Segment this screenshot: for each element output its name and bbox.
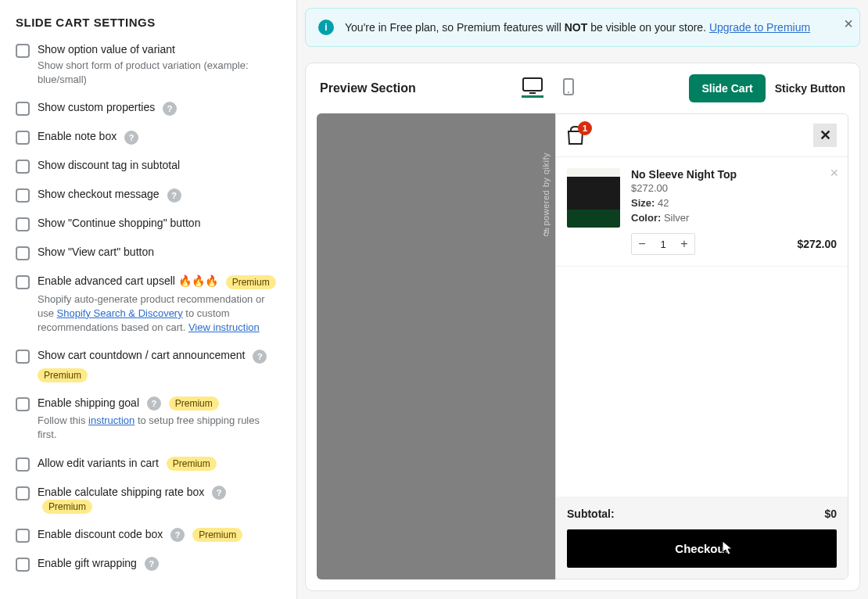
cart-panel: 1 ✕ No Sleeve Night Top $272.00 Size: 42… bbox=[555, 113, 848, 579]
checkbox-custom-props[interactable] bbox=[16, 102, 30, 116]
premium-tag: Premium bbox=[42, 500, 92, 514]
setting-discount-code: Enable discount code box ? Premium bbox=[16, 528, 281, 543]
help-icon[interactable]: ? bbox=[167, 188, 181, 203]
product-image bbox=[567, 168, 620, 228]
qty-plus-button[interactable]: + bbox=[674, 234, 694, 254]
link-instruction[interactable]: instruction bbox=[88, 414, 135, 426]
checkbox-continue-shop[interactable] bbox=[16, 217, 30, 231]
checkbox-checkout-msg[interactable] bbox=[16, 188, 30, 203]
preview-title: Preview Section bbox=[320, 81, 416, 95]
subtotal-label: Subtotal: bbox=[567, 508, 615, 520]
help-icon[interactable]: ? bbox=[163, 102, 177, 116]
item-title: No Sleeve Night Top bbox=[631, 168, 837, 181]
checkbox-gift-wrap[interactable] bbox=[16, 558, 30, 572]
label-gift-wrap: Enable gift wrapping bbox=[38, 557, 137, 569]
link-view-instruction[interactable]: View instruction bbox=[188, 321, 260, 333]
label-view-cart: Show "View cart" button bbox=[38, 246, 154, 258]
help-icon[interactable]: ? bbox=[145, 557, 159, 571]
checkbox-view-cart[interactable] bbox=[16, 246, 30, 260]
svg-point-3 bbox=[568, 91, 569, 93]
device-toggle bbox=[522, 79, 579, 98]
slide-cart-button[interactable]: Slide Cart bbox=[689, 74, 765, 102]
banner-text: You're in Free plan, so Premium features… bbox=[345, 21, 810, 34]
label-continue-shop: Show "Continue shopping" button bbox=[38, 217, 200, 229]
desktop-icon[interactable] bbox=[522, 79, 543, 98]
remove-item-button[interactable]: × bbox=[830, 165, 838, 181]
label-custom-props: Show custom properties bbox=[38, 101, 155, 113]
item-color: Color: Silver bbox=[631, 212, 837, 224]
checkbox-shipping-goal[interactable] bbox=[16, 397, 30, 411]
checkbox-upsell[interactable] bbox=[16, 275, 30, 289]
setting-gift-wrap: Enable gift wrapping ? bbox=[16, 557, 281, 572]
setting-variant-option: Show option value of variant Show short … bbox=[16, 43, 281, 87]
label-discount-tag: Show discount tag in subtotal bbox=[38, 159, 180, 171]
view-toggle: Slide Cart Sticky Button bbox=[689, 74, 845, 102]
info-icon: i bbox=[318, 20, 334, 35]
checkbox-edit-variants[interactable] bbox=[16, 457, 30, 472]
desc-upsell: Shopify auto-generate product recommenda… bbox=[38, 292, 281, 335]
preview-section: Preview Section Slide Cart Sticky Button… bbox=[305, 63, 860, 591]
premium-tag: Premium bbox=[38, 368, 88, 382]
setting-checkout-msg: Show checkout message ? bbox=[16, 188, 281, 203]
upgrade-banner: i You're in Free plan, so Premium featur… bbox=[305, 8, 860, 47]
setting-custom-props: Show custom properties ? bbox=[16, 101, 281, 116]
label-calc-shipping: Enable calculate shipping rate box bbox=[38, 486, 204, 498]
item-size: Size: 42 bbox=[631, 197, 837, 209]
label-note-box: Enable note box bbox=[38, 130, 117, 142]
desc-variant-option: Show short form of product variation (ex… bbox=[38, 59, 281, 87]
bag-icon: 🛍 bbox=[541, 228, 551, 238]
help-icon[interactable]: ? bbox=[253, 350, 267, 364]
help-icon[interactable]: ? bbox=[124, 131, 138, 145]
svg-rect-1 bbox=[529, 92, 536, 94]
checkbox-note-box[interactable] bbox=[16, 131, 30, 145]
setting-discount-tag: Show discount tag in subtotal bbox=[16, 159, 281, 174]
premium-tag: Premium bbox=[167, 457, 217, 471]
label-edit-variants: Allow edit variants in cart bbox=[38, 457, 159, 469]
checkbox-discount-tag[interactable] bbox=[16, 160, 30, 174]
checkbox-discount-code[interactable] bbox=[16, 529, 30, 543]
right-area: i You're in Free plan, so Premium featur… bbox=[297, 0, 868, 599]
qty-value: 1 bbox=[652, 239, 674, 250]
setting-continue-shop: Show "Continue shopping" button bbox=[16, 217, 281, 231]
close-icon[interactable]: × bbox=[844, 15, 853, 33]
premium-tag: Premium bbox=[192, 528, 242, 542]
setting-shipping-goal: Enable shipping goal ? Premium Follow th… bbox=[16, 396, 281, 443]
checkbox-calc-shipping[interactable] bbox=[16, 486, 30, 500]
link-shopify-search[interactable]: Shopify Search & Discovery bbox=[57, 307, 183, 319]
help-icon[interactable]: ? bbox=[147, 396, 161, 411]
label-variant-option: Show option value of variant bbox=[38, 43, 175, 56]
checkout-button[interactable]: Checkout bbox=[567, 529, 837, 568]
setting-upsell: Enable advanced cart upsell 🔥🔥🔥 Premium … bbox=[16, 274, 281, 335]
cart-badge: 1 bbox=[578, 121, 592, 135]
label-discount-code: Enable discount code box bbox=[38, 528, 163, 540]
fire-icon: 🔥🔥🔥 bbox=[178, 274, 218, 287]
item-price: $272.00 bbox=[631, 182, 837, 194]
label-upsell: Enable advanced cart upsell bbox=[38, 274, 175, 287]
svg-rect-0 bbox=[523, 78, 542, 91]
label-countdown: Show cart countdown / cart announcement bbox=[38, 349, 245, 361]
help-icon[interactable]: ? bbox=[212, 486, 226, 500]
powered-by-label: 🛍 powered by qikify bbox=[541, 152, 551, 241]
preview-header: Preview Section Slide Cart Sticky Button bbox=[306, 63, 859, 113]
setting-note-box: Enable note box ? bbox=[16, 130, 281, 145]
qty-minus-button[interactable]: − bbox=[632, 234, 652, 254]
setting-view-cart: Show "View cart" button bbox=[16, 246, 281, 260]
setting-calc-shipping: Enable calculate shipping rate box ? Pre… bbox=[16, 486, 281, 515]
cart-bag-icon[interactable]: 1 bbox=[567, 126, 584, 145]
checkbox-countdown[interactable] bbox=[16, 350, 30, 364]
close-cart-button[interactable]: ✕ bbox=[813, 124, 837, 147]
settings-panel: SLIDE CART SETTINGS Show option value of… bbox=[0, 0, 297, 599]
preview-body: 🛍 powered by qikify 1 ✕ No Sleeve Night … bbox=[306, 113, 859, 590]
checkbox-variant-option[interactable] bbox=[16, 44, 30, 58]
sticky-button-tab[interactable]: Sticky Button bbox=[775, 82, 845, 95]
help-icon[interactable]: ? bbox=[170, 528, 185, 542]
quantity-stepper: − 1 + bbox=[631, 233, 695, 255]
premium-tag: Premium bbox=[169, 396, 219, 411]
subtotal-value: $0 bbox=[824, 508, 837, 520]
cart-header: 1 ✕ bbox=[556, 114, 848, 157]
upgrade-link[interactable]: Upgrade to Premium bbox=[709, 21, 810, 34]
mobile-icon[interactable] bbox=[558, 79, 579, 98]
premium-tag: Premium bbox=[226, 275, 276, 289]
line-price: $272.00 bbox=[797, 238, 837, 250]
preview-backdrop: 🛍 powered by qikify bbox=[317, 113, 555, 579]
